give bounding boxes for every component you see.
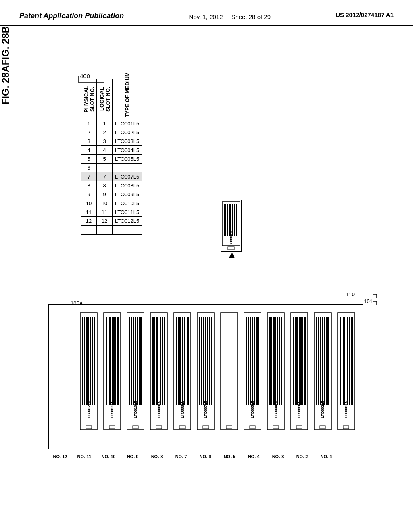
medium-type: LTO009L5 <box>113 190 142 199</box>
svg-rect-46 <box>254 317 255 405</box>
svg-rect-47 <box>256 317 257 405</box>
svg-rect-115 <box>227 204 228 236</box>
physical-slot: 9 <box>81 190 97 199</box>
svg-rect-62 <box>203 426 209 429</box>
svg-rect-87 <box>135 317 136 405</box>
transfer-arrow-svg <box>226 252 238 284</box>
fig28a-box: LTO001L5 LTO002L5 <box>48 304 363 449</box>
logical-slot: 4 <box>97 146 113 155</box>
svg-rect-109 <box>92 317 93 405</box>
publication-date: Nov. 1, 2012 <box>189 13 223 20</box>
svg-rect-36 <box>277 317 278 405</box>
svg-rect-82 <box>156 426 162 429</box>
physical-slot: 1 <box>81 119 97 128</box>
physical-slot: 7 <box>81 172 97 181</box>
svg-rect-80 <box>164 317 165 405</box>
svg-rect-86 <box>133 317 134 405</box>
logical-slot <box>97 226 113 235</box>
svg-rect-25 <box>299 317 300 405</box>
medium-type: LTO008L5 <box>113 181 142 190</box>
svg-rect-84 <box>129 317 130 405</box>
patent-number: US 2012/0274187 A1 <box>336 11 394 18</box>
svg-rect-15 <box>322 317 323 405</box>
physical-slot: 10 <box>81 199 97 208</box>
slot-label-no10: NO. 10 <box>97 454 120 459</box>
header-center: Nov. 1, 2012 Sheet 28 of 29 <box>189 11 271 22</box>
svg-rect-12 <box>316 317 317 405</box>
svg-rect-64 <box>176 317 177 405</box>
svg-text:LTO001L5: LTO001L5 <box>344 401 348 418</box>
svg-rect-69 <box>186 317 186 405</box>
svg-rect-13 <box>318 317 319 405</box>
svg-rect-40 <box>273 426 279 429</box>
svg-marker-123 <box>229 252 235 258</box>
table-row: 8 8 LTO008L5 <box>81 181 142 190</box>
svg-rect-114 <box>224 204 226 236</box>
col-physical: PHYSICALSLOT NO. <box>81 79 97 119</box>
physical-slot: 8 <box>81 181 97 190</box>
medium-type: LTO003L5 <box>113 137 142 146</box>
sheet-info: Sheet 28 of 29 <box>231 13 271 20</box>
svg-rect-76 <box>156 317 158 405</box>
svg-rect-3 <box>342 317 342 405</box>
table-row: 6 <box>81 164 142 172</box>
table-row: 4 4 LTO004L5 <box>81 146 142 155</box>
svg-rect-106 <box>86 317 88 405</box>
svg-rect-121 <box>228 247 234 250</box>
svg-rect-56 <box>203 317 204 405</box>
svg-text:LTO012L5: LTO012L5 <box>87 401 91 418</box>
svg-rect-16 <box>324 317 325 405</box>
svg-text:LTO002L5: LTO002L5 <box>321 401 325 418</box>
logical-slot: 7 <box>97 172 113 181</box>
svg-rect-119 <box>236 204 237 236</box>
svg-rect-42 <box>246 317 247 405</box>
svg-rect-94 <box>106 317 107 405</box>
svg-rect-85 <box>131 317 132 405</box>
main-content: FIG. 28B 400 PHYSICALSLOT NO. LOGICALSLO… <box>0 26 413 526</box>
svg-rect-110 <box>94 317 95 405</box>
medium-type: LTO012L5 <box>113 217 142 226</box>
table-row <box>81 226 142 235</box>
svg-rect-97 <box>112 317 113 405</box>
physical-slot: 3 <box>81 137 97 146</box>
table-row: 9 9 LTO009L5 <box>81 190 142 199</box>
svg-text:LTO003L5: LTO003L5 <box>297 401 301 418</box>
slot-label-no4: NO. 4 <box>242 454 265 459</box>
svg-rect-6 <box>347 317 348 405</box>
slot-label-no1: NO. 1 <box>315 454 338 459</box>
publication-title: Patent Application Publication <box>19 11 124 21</box>
svg-text:LTO010L5: LTO010L5 <box>133 401 138 418</box>
slot-label-no9: NO. 9 <box>121 454 144 459</box>
svg-rect-55 <box>201 317 202 405</box>
col-logical: LOGICALSLOT NO. <box>97 79 113 119</box>
table-row: 2 2 LTO002L5 <box>81 128 142 137</box>
svg-rect-26 <box>300 317 302 405</box>
svg-rect-78 <box>160 317 161 405</box>
fig-28b-label: FIG. 28B <box>0 26 11 65</box>
svg-rect-14 <box>320 317 321 405</box>
slot-label-no2: NO. 2 <box>290 454 314 459</box>
slot-labels-row: NO. 1 NO. 2 NO. 3 NO. 4 NO. 5 NO. 6 NO. … <box>48 454 338 459</box>
logical-slot <box>97 164 113 172</box>
svg-rect-51 <box>221 313 238 430</box>
svg-rect-10 <box>343 426 349 429</box>
svg-rect-112 <box>86 426 92 429</box>
svg-rect-54 <box>199 317 200 405</box>
svg-rect-60 <box>211 317 212 405</box>
medium-type: LTO007L5 <box>113 172 142 181</box>
svg-rect-70 <box>187 317 189 405</box>
svg-rect-58 <box>207 317 208 405</box>
svg-rect-44 <box>250 317 251 405</box>
table-row: 1 1 LTO001L5 <box>81 119 142 128</box>
svg-rect-17 <box>326 317 327 405</box>
page-header: Patent Application Publication Nov. 1, 2… <box>0 0 413 26</box>
medium-type: LTO002L5 <box>113 128 142 137</box>
svg-rect-5 <box>346 317 346 405</box>
svg-rect-33 <box>271 317 272 405</box>
labels-bracket-svg <box>348 290 381 310</box>
svg-text:LTO009L5: LTO009L5 <box>157 401 161 418</box>
medium-type: LTO011L5 <box>113 208 142 217</box>
svg-rect-90 <box>140 317 142 405</box>
svg-rect-96 <box>109 317 111 405</box>
svg-rect-35 <box>275 317 276 405</box>
